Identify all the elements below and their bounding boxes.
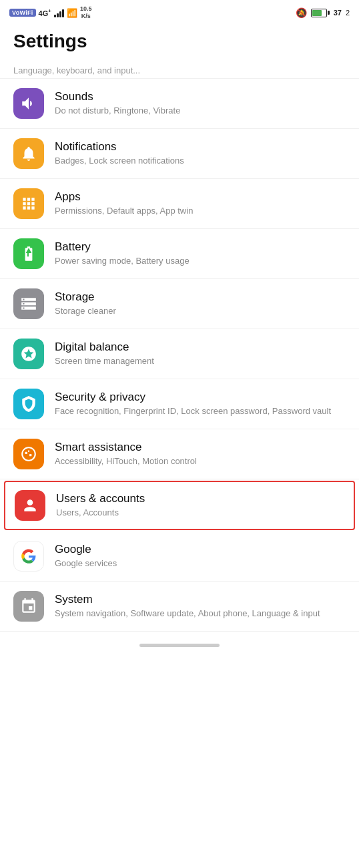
digital-balance-title: Digital balance: [55, 341, 346, 354]
status-bar: VoWiFi 4G+ 📶 10.5K/s 🔕 37 2: [0, 0, 359, 24]
settings-item-notifications[interactable]: Notifications Badges, Lock screen notifi…: [0, 129, 359, 179]
google-subtitle: Google services: [55, 558, 346, 570]
system-icon-wrap: [13, 591, 44, 622]
apps-subtitle: Permissions, Default apps, App twin: [55, 205, 346, 217]
sounds-icon-wrap: [13, 88, 44, 119]
settings-item-users-accounts[interactable]: Users & accounts Users, Accounts: [4, 481, 355, 530]
google-icon-wrap: [13, 541, 44, 572]
smart-assistance-text: Smart assistance Accessibility, HiTouch,…: [55, 441, 346, 467]
security-text: Security & privacy Face recognition, Fin…: [55, 391, 346, 417]
notifications-text: Notifications Badges, Lock screen notifi…: [55, 140, 346, 167]
apps-text: Apps Permissions, Default apps, App twin: [55, 190, 346, 217]
storage-icon: [20, 295, 37, 312]
status-right: 🔕 37 2: [296, 7, 350, 18]
users-accounts-subtitle: Users, Accounts: [56, 507, 344, 519]
security-subtitle: Face recognition, Fingerprint ID, Lock s…: [55, 405, 346, 417]
settings-item-storage[interactable]: Storage Storage cleaner: [0, 279, 359, 329]
sounds-icon: [20, 95, 37, 112]
users-accounts-text: Users & accounts Users, Accounts: [56, 492, 344, 519]
smart-assistance-icon: [20, 445, 37, 463]
alarm-off-icon: 🔕: [296, 7, 307, 18]
settings-item-sounds[interactable]: Sounds Do not disturb, Ringtone, Vibrate: [0, 79, 359, 129]
notifications-title: Notifications: [55, 140, 346, 154]
sounds-text: Sounds Do not disturb, Ringtone, Vibrate: [55, 90, 346, 117]
settings-item-smart-assistance[interactable]: Smart assistance Accessibility, HiTouch,…: [0, 429, 359, 479]
battery-icon-wrap: [13, 238, 44, 269]
digital-balance-subtitle: Screen time management: [55, 355, 346, 367]
page-title-container: Settings: [0, 24, 359, 60]
system-subtitle: System navigation, Software update, Abou…: [55, 608, 346, 620]
users-accounts-title: Users & accounts: [56, 492, 344, 505]
home-indicator: [0, 632, 359, 654]
battery-settings-icon: [20, 245, 37, 262]
settings-item-google[interactable]: Google Google services: [0, 531, 359, 582]
partial-scroll-item: Language, keyboard, and input...: [0, 60, 359, 79]
storage-title: Storage: [55, 290, 346, 304]
partial-item-text: Language, keyboard, and input...: [13, 65, 140, 75]
smart-assistance-title: Smart assistance: [55, 441, 346, 454]
battery-title: Battery: [55, 240, 346, 254]
smart-assistance-subtitle: Accessibility, HiTouch, Motion control: [55, 455, 346, 467]
digital-balance-icon: [20, 345, 37, 363]
settings-item-security-privacy[interactable]: Security & privacy Face recognition, Fin…: [0, 379, 359, 429]
signal-count: 2: [346, 9, 350, 17]
system-icon: [20, 598, 37, 615]
google-title: Google: [55, 543, 346, 556]
storage-subtitle: Storage cleaner: [55, 305, 346, 317]
notifications-icon-wrap: [13, 138, 44, 169]
battery-percentage: 37: [334, 9, 342, 17]
digital-balance-text: Digital balance Screen time management: [55, 341, 346, 367]
settings-item-apps[interactable]: Apps Permissions, Default apps, App twin: [0, 179, 359, 229]
network-speed: 10.5K/s: [80, 5, 92, 20]
settings-item-digital-balance[interactable]: Digital balance Screen time management: [0, 329, 359, 379]
sounds-subtitle: Do not disturb, Ringtone, Vibrate: [55, 105, 346, 117]
system-text: System System navigation, Software updat…: [55, 593, 346, 620]
home-pill[interactable]: [139, 644, 220, 647]
apps-title: Apps: [55, 190, 346, 204]
apps-icon-wrap: [13, 188, 44, 219]
battery-subtitle: Power saving mode, Battery usage: [55, 255, 346, 267]
wifi-icon: 📶: [67, 8, 77, 18]
storage-icon-wrap: [13, 288, 44, 319]
storage-text: Storage Storage cleaner: [55, 290, 346, 317]
page-title: Settings: [13, 31, 346, 52]
settings-list: Sounds Do not disturb, Ringtone, Vibrate…: [0, 79, 359, 632]
settings-item-battery[interactable]: Battery Power saving mode, Battery usage: [0, 229, 359, 279]
vowifi-indicator: VoWiFi: [9, 9, 36, 17]
system-title: System: [55, 593, 346, 606]
security-icon-wrap: [13, 389, 44, 419]
sounds-title: Sounds: [55, 90, 346, 103]
network-type: 4G+: [39, 8, 51, 17]
status-left: VoWiFi 4G+ 📶 10.5K/s: [9, 5, 91, 20]
battery-indicator: [311, 9, 330, 17]
security-title: Security & privacy: [55, 391, 346, 404]
users-accounts-icon-wrap: [15, 490, 45, 521]
apps-icon: [20, 195, 37, 212]
notifications-icon: [20, 145, 37, 162]
battery-text: Battery Power saving mode, Battery usage: [55, 240, 346, 267]
google-icon: [20, 548, 37, 565]
signal-bars: [54, 8, 64, 17]
security-icon: [20, 395, 37, 413]
digital-balance-icon-wrap: [13, 339, 44, 369]
users-accounts-icon: [21, 497, 39, 514]
smart-assistance-icon-wrap: [13, 439, 44, 469]
settings-item-system[interactable]: System System navigation, Software updat…: [0, 582, 359, 632]
google-text: Google Google services: [55, 543, 346, 570]
notifications-subtitle: Badges, Lock screen notifications: [55, 155, 346, 167]
